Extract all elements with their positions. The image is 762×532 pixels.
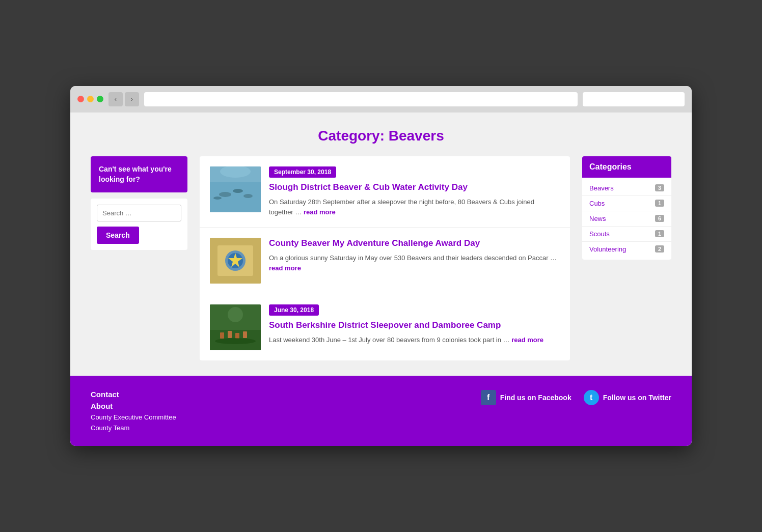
footer-links: Contact About County Executive Committee… [91,390,176,432]
svg-point-13 [228,307,243,322]
minimize-button[interactable] [87,96,94,102]
post-title-1[interactable]: Slough District Beaver & Cub Water Activ… [269,182,560,193]
category-item-scouts[interactable]: Scouts 1 [582,227,671,242]
nav-buttons: ‹ › [108,92,139,106]
category-badge: 3 [655,184,664,191]
category-name: Beavers [589,184,614,192]
right-sidebar: Categories Beavers 3 Cubs 1 News 6 [582,156,671,260]
footer-link-contact[interactable]: Contact [91,390,176,399]
posts-list: September 30, 2018 Slough District Beave… [200,156,570,360]
maximize-button[interactable] [97,96,103,102]
post-meta-2: County Beaver My Adventure Challenge Awa… [269,238,560,284]
post-meta-3: June 30, 2018 South Berkshire District S… [269,304,560,350]
post-item-3: June 30, 2018 South Berkshire District S… [200,294,570,360]
post-thumbnail-1 [210,166,261,212]
post-title-2[interactable]: County Beaver My Adventure Challenge Awa… [269,238,560,249]
search-widget: Search [91,199,187,250]
category-item-news[interactable]: News 6 [582,211,671,227]
svg-point-3 [243,194,253,198]
close-button[interactable] [77,96,84,102]
svg-point-18 [215,338,256,344]
search-input[interactable] [97,205,181,221]
svg-rect-17 [243,331,247,338]
category-name: Scouts [589,230,610,238]
svg-point-1 [219,192,231,197]
category-item-cubs[interactable]: Cubs 1 [582,196,671,211]
categories-widget-header: Categories [582,156,671,178]
category-name: News [589,215,606,222]
svg-point-4 [213,197,222,200]
cant-see-widget: Can't see what you're looking for? [91,156,187,192]
post-thumbnail-2 [210,238,261,284]
category-name: Volunteering [589,245,626,253]
category-badge: 2 [655,245,664,253]
read-more-1[interactable]: read more [304,208,336,216]
post-item-2: County Beaver My Adventure Challenge Awa… [200,228,570,294]
category-item-beavers[interactable]: Beavers 3 [582,181,671,196]
main-layout: Can't see what you're looking for? Searc… [91,156,671,360]
post-excerpt-3: Last weekend 30th June – 1st July over 8… [269,335,560,345]
read-more-3[interactable]: read more [511,336,543,344]
cant-see-title: Can't see what you're looking for? [99,164,179,184]
browser-content: Category: Beavers Can't see what you're … [70,113,692,376]
facebook-link[interactable]: f Find us on Facebook [481,390,572,405]
post-title-3[interactable]: South Berkshire District Sleepover and D… [269,320,560,331]
footer-link-about[interactable]: About [91,402,176,410]
footer-link-county-exec[interactable]: County Executive Committee [91,413,176,421]
post-date-3: June 30, 2018 [269,304,319,316]
traffic-lights [77,96,103,102]
facebook-icon: f [481,390,496,405]
read-more-2[interactable]: read more [269,264,301,272]
forward-button[interactable]: › [125,92,139,106]
category-badge: 6 [655,215,664,222]
facebook-label: Find us on Facebook [500,394,572,402]
post-meta-1: September 30, 2018 Slough District Beave… [269,166,560,217]
twitter-link[interactable]: t Follow us on Twitter [584,390,671,405]
browser-search-input[interactable] [583,92,685,106]
svg-rect-14 [220,332,224,339]
category-name: Cubs [589,200,605,207]
categories-list: Beavers 3 Cubs 1 News 6 Scouts 1 [582,178,671,260]
footer: Contact About County Executive Committee… [70,376,692,446]
twitter-icon: t [584,390,599,405]
footer-social: f Find us on Facebook t Follow us on Twi… [481,390,671,405]
post-thumbnail-3 [210,304,261,350]
search-button[interactable]: Search [97,227,139,244]
category-badge: 1 [655,200,664,207]
svg-rect-16 [235,333,239,339]
categories-title: Categories [589,162,664,172]
category-badge: 1 [655,230,664,237]
footer-link-county-team[interactable]: County Team [91,424,176,432]
page-title: Category: Beavers [91,128,671,144]
svg-rect-15 [228,331,232,338]
post-excerpt-1: On Saturday 28th September after a sleep… [269,197,560,217]
category-item-volunteering[interactable]: Volunteering 2 [582,242,671,257]
post-excerpt-2: On a glorious sunny Saturday in May over… [269,253,560,273]
post-item: September 30, 2018 Slough District Beave… [200,156,570,228]
svg-point-2 [233,189,243,193]
twitter-label: Follow us on Twitter [603,394,671,402]
browser-chrome: ‹ › [70,86,692,113]
left-sidebar: Can't see what you're looking for? Searc… [91,156,187,250]
back-button[interactable]: ‹ [108,92,123,106]
post-date-1: September 30, 2018 [269,166,336,178]
browser-window: ‹ › Category: Beavers Can't see what you… [70,86,692,446]
address-bar[interactable] [144,92,578,106]
